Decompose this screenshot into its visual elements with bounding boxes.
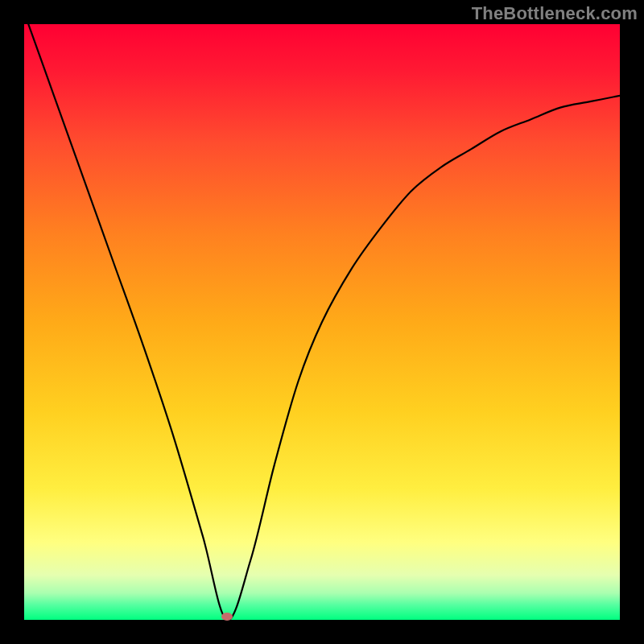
bottleneck-curve: [24, 24, 620, 620]
minimum-dot: [221, 613, 233, 621]
chart-frame: TheBottleneck.com: [0, 0, 644, 644]
plot-area: [24, 24, 620, 620]
watermark-text: TheBottleneck.com: [472, 3, 638, 24]
